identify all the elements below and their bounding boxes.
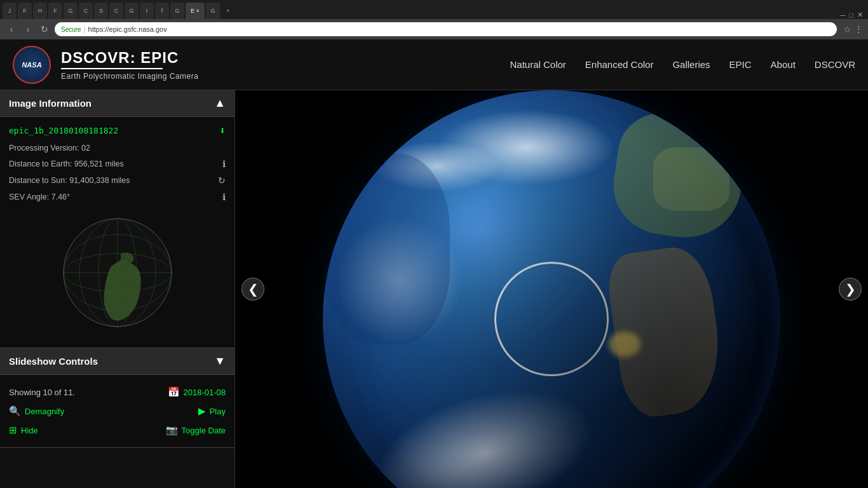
prev-image-button[interactable]: ❮ (241, 278, 264, 301)
minimize-button[interactable]: ─ (841, 11, 846, 19)
distance-earth-row: Distance to Earth: 956,521 miles ℹ (9, 156, 226, 172)
secure-indicator: Secure (61, 26, 81, 33)
slideshow-header[interactable]: Slideshow Controls ▼ (0, 348, 234, 375)
reload-button[interactable]: ↻ (38, 23, 51, 36)
distance-earth: Distance to Earth: 956,521 miles (9, 159, 124, 168)
image-info-section: Image Information ▲ epic_1b_201801081818… (0, 90, 234, 348)
hide-grid-icon: ⊞ (9, 424, 17, 436)
browser-tab[interactable]: F (48, 3, 62, 19)
nasa-logo: NASA (13, 46, 51, 84)
nasa-logo-text: NASA (22, 61, 41, 69)
image-info-chevron: ▲ (214, 97, 226, 110)
play-icon: ▶ (198, 405, 206, 417)
url-display: https://epic.gsfc.nasa.gov (88, 25, 167, 33)
browser-nav-bar: ‹ › ↻ Secure | https://epic.gsfc.nasa.go… (0, 19, 868, 39)
browser-tab[interactable]: F (18, 3, 32, 19)
bookmark-star-icon[interactable]: ☆ (843, 24, 851, 34)
browser-tab[interactable]: G (206, 3, 220, 19)
browser-chrome: J F H F G C S C G I f G E × G + ─ □ ✕ ‹ … (0, 0, 868, 39)
content-area: ❮ (235, 90, 868, 488)
sev-angle-info-icon[interactable]: ℹ (222, 192, 226, 202)
browser-tab[interactable]: f (155, 3, 169, 19)
browser-menu-icon[interactable]: ⋮ (854, 24, 863, 34)
site-title: DSCOVR: EPIC Earth Polychromatic Imaging… (61, 49, 198, 81)
sun-distance-refresh-icon[interactable]: ↻ (218, 175, 226, 186)
page: NASA DSCOVR: EPIC Earth Polychromatic Im… (0, 39, 868, 488)
calendar-icon: 📅 (168, 386, 180, 398)
sidebar: Image Information ▲ epic_1b_201801081818… (0, 90, 235, 488)
sev-angle-row: SEV Angle: 7.46° ℹ (9, 189, 226, 205)
active-browser-tab[interactable]: E × (186, 3, 205, 19)
earth-distance-info-icon[interactable]: ℹ (222, 159, 226, 169)
browser-tab[interactable]: G (64, 3, 78, 19)
site-subtitle: Earth Polychromatic Imaging Camera (61, 72, 198, 81)
image-info-header[interactable]: Image Information ▲ (0, 90, 234, 117)
globe-container (9, 205, 226, 340)
globe-visualization (60, 215, 175, 330)
site-header: NASA DSCOVR: EPIC Earth Polychromatic Im… (0, 39, 868, 90)
forward-button[interactable]: › (22, 23, 34, 36)
play-link[interactable]: Play (210, 407, 226, 416)
image-info-title: Image Information (9, 98, 92, 109)
nav-galleries[interactable]: Galleries (672, 59, 710, 70)
sev-angle: SEV Angle: 7.46° (9, 193, 70, 201)
browser-tab[interactable]: J (3, 3, 17, 19)
browser-tab[interactable]: H (33, 3, 47, 19)
distance-sun: Distance to Sun: 91,400,338 miles (9, 176, 130, 185)
image-filename-row: epic_1b_20180108181822 ⬇ (9, 125, 226, 137)
image-filename[interactable]: epic_1b_20180108181822 (9, 126, 118, 135)
nav-dscovr[interactable]: DSCOVR (815, 59, 855, 70)
nav-about[interactable]: About (771, 59, 796, 70)
browser-tabs: J F H F G C S C G I f G E × G + ─ □ ✕ (0, 0, 868, 19)
earth-sphere (323, 90, 780, 488)
left-arrow-icon: ❮ (248, 281, 259, 297)
slideshow-section: Slideshow Controls ▼ Showing 10 of 11. 📅… (0, 348, 234, 448)
image-info-body: epic_1b_20180108181822 ⬇ Processing Vers… (0, 117, 234, 348)
browser-tab[interactable]: I (140, 3, 154, 19)
slideshow-body: Showing 10 of 11. 📅 2018-01-08 🔍 Demagni… (0, 375, 234, 447)
main-area: Image Information ▲ epic_1b_201801081818… (0, 90, 868, 488)
site-name: DSCOVR: EPIC (61, 49, 198, 67)
processing-version: Processing Version: 02 (9, 144, 90, 152)
slideshow-date: 2018-01-08 (184, 388, 226, 397)
demagnify-link[interactable]: Demagnify (25, 407, 64, 416)
browser-tab[interactable]: G (170, 3, 184, 19)
hide-link[interactable]: Hide (21, 426, 38, 435)
browser-tab[interactable]: G (125, 3, 139, 19)
demagnify-icon: 🔍 (9, 405, 21, 417)
maximize-button[interactable]: □ (849, 11, 853, 19)
toggle-date-link[interactable]: Toggle Date (182, 426, 226, 435)
processing-version-row: Processing Version: 02 (9, 140, 226, 156)
address-bar[interactable]: Secure | https://epic.gsfc.nasa.gov (55, 22, 837, 36)
back-button[interactable]: ‹ (5, 23, 18, 36)
close-button[interactable]: ✕ (857, 11, 863, 19)
distance-sun-row: Distance to Sun: 91,400,338 miles ↻ (9, 172, 226, 189)
slideshow-count: Showing 10 of 11. (9, 388, 75, 397)
next-image-button[interactable]: ❯ (839, 278, 862, 301)
right-arrow-icon: ❯ (845, 281, 856, 297)
site-nav: Natural Color Enhanced Color Galleries E… (510, 59, 855, 70)
slideshow-chevron: ▼ (214, 355, 226, 368)
nav-enhanced-color[interactable]: Enhanced Color (585, 59, 654, 70)
earth-image (235, 90, 868, 488)
slideshow-title: Slideshow Controls (9, 356, 98, 367)
nav-natural-color[interactable]: Natural Color (510, 59, 566, 70)
browser-tab[interactable]: C (109, 3, 123, 19)
new-tab-button[interactable]: + (221, 3, 235, 19)
download-icon[interactable]: ⬇ (219, 125, 226, 137)
camera-icon: 📷 (166, 424, 178, 436)
nav-epic[interactable]: EPIC (729, 59, 752, 70)
title-divider (61, 68, 163, 69)
browser-tab[interactable]: C (79, 3, 93, 19)
browser-tab[interactable]: S (94, 3, 108, 19)
